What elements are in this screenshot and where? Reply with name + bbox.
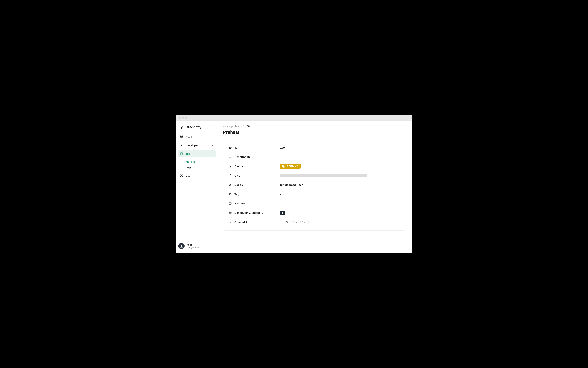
value-scope: Single Seed Peer (280, 183, 401, 186)
sidebar-item-user[interactable]: User (178, 172, 216, 179)
window-titlebar (176, 115, 412, 121)
svg-rect-2 (180, 138, 181, 138)
svg-rect-3 (182, 138, 183, 138)
user-menu-toggle[interactable] (213, 244, 215, 248)
created-text: 2024-12-26 12:14:58 (285, 221, 306, 223)
user-icon (180, 174, 183, 177)
status-text: PENDING (287, 165, 298, 168)
code-icon (180, 144, 183, 147)
sidebar-label: Developer (186, 144, 209, 147)
label-created: Created At (234, 221, 249, 224)
sidebar-footer[interactable]: root root@d7y.com (176, 240, 218, 253)
value-description: - (280, 155, 401, 158)
chevron-up-down-icon (213, 244, 215, 247)
svg-point-10 (229, 147, 230, 147)
description-icon (228, 155, 232, 159)
footer-username: root (187, 243, 210, 246)
svg-point-13 (230, 184, 231, 185)
location-icon (228, 183, 232, 187)
svg-point-18 (229, 212, 230, 213)
dragonfly-logo-icon (179, 125, 183, 129)
svg-rect-1 (182, 136, 183, 136)
target-icon (228, 165, 232, 168)
sidebar-item-cluster[interactable]: Cluster (178, 133, 216, 141)
zoom-dot[interactable] (185, 117, 187, 119)
minimize-dot[interactable] (182, 117, 184, 119)
label-description: Description (234, 155, 250, 158)
status-badge: PENDING (280, 164, 301, 169)
label-tag: Tag (234, 193, 239, 196)
row-scheduler: Scheduler Clusters ID 1 (228, 208, 401, 217)
svg-point-12 (230, 166, 231, 167)
label-id: ID (234, 146, 237, 149)
http-icon: http (228, 202, 232, 205)
svg-point-11 (229, 165, 231, 167)
main-content: jobs / preheats / 100 Preheat ID 100 (218, 121, 412, 253)
brand: Dragonfly (176, 123, 218, 133)
svg-text:http: http (229, 203, 231, 204)
sidebar: Dragonfly Cluster Developer (176, 121, 218, 253)
row-tag: Tag - (228, 189, 401, 199)
svg-point-7 (181, 175, 182, 176)
close-dot[interactable] (179, 117, 180, 119)
label-scope: Scope (234, 183, 243, 186)
chevron-down-icon (211, 153, 214, 155)
sidebar-item-developer[interactable]: Developer (178, 142, 216, 149)
svg-rect-0 (180, 136, 181, 136)
link-icon (228, 174, 232, 177)
row-scope: Scope Single Seed Peer (228, 180, 401, 189)
clock-icon (282, 221, 284, 223)
value-id: 100 (280, 146, 401, 149)
row-url: URL (228, 171, 401, 180)
breadcrumb: jobs / preheats / 100 (223, 125, 407, 128)
row-description: Description - (228, 152, 401, 161)
breadcrumb-jobs[interactable]: jobs (223, 125, 228, 128)
avatar (178, 243, 185, 249)
value-headers: - (280, 202, 401, 205)
app-window: Dragonfly Cluster Developer (176, 115, 412, 253)
svg-rect-17 (229, 212, 231, 214)
detail-card: ID 100 Description - Status (223, 139, 406, 230)
breadcrumb-sep: / (243, 125, 244, 128)
id-card-icon (228, 211, 232, 214)
clock-plus-icon (228, 220, 232, 224)
row-created: Created At 2024-12-26 12:14:58 (228, 217, 401, 227)
sidebar-label: User (186, 174, 214, 177)
label-scheduler: Scheduler Clusters ID (234, 211, 264, 214)
svg-point-8 (181, 245, 182, 246)
created-chip: 2024-12-26 12:14:58 (280, 220, 309, 224)
row-headers: http Headers - (228, 199, 401, 208)
cluster-icon (180, 135, 183, 139)
sidebar-item-job[interactable]: Job (178, 150, 216, 157)
label-url: URL (234, 174, 240, 177)
svg-rect-9 (229, 147, 231, 148)
sidebar-subitem-preheat[interactable]: Preheat (183, 158, 216, 165)
clipboard-check-icon (180, 152, 183, 156)
chevron-right-icon (211, 144, 214, 147)
scheduler-chip: 1 (280, 211, 285, 215)
pending-dot-icon (282, 165, 285, 168)
footer-email: root@d7y.com (187, 246, 210, 249)
label-status: Status (234, 165, 243, 168)
url-skeleton (280, 174, 367, 177)
id-card-icon (228, 146, 232, 149)
sidebar-subitem-task[interactable]: Task (183, 165, 216, 171)
tag-icon (228, 192, 232, 196)
sidebar-label: Job (186, 152, 209, 155)
svg-point-14 (229, 193, 230, 194)
page-title: Preheat (223, 130, 407, 135)
breadcrumb-current: 100 (245, 125, 249, 128)
value-tag: - (280, 193, 401, 196)
row-status: Status PENDING (228, 161, 401, 171)
sidebar-label: Cluster (186, 135, 214, 138)
breadcrumb-preheats[interactable]: preheats (232, 125, 241, 128)
brand-name: Dragonfly (186, 125, 201, 129)
breadcrumb-sep: / (229, 125, 230, 128)
row-id: ID 100 (228, 143, 401, 152)
avatar-icon (179, 244, 183, 248)
label-headers: Headers (234, 202, 245, 205)
